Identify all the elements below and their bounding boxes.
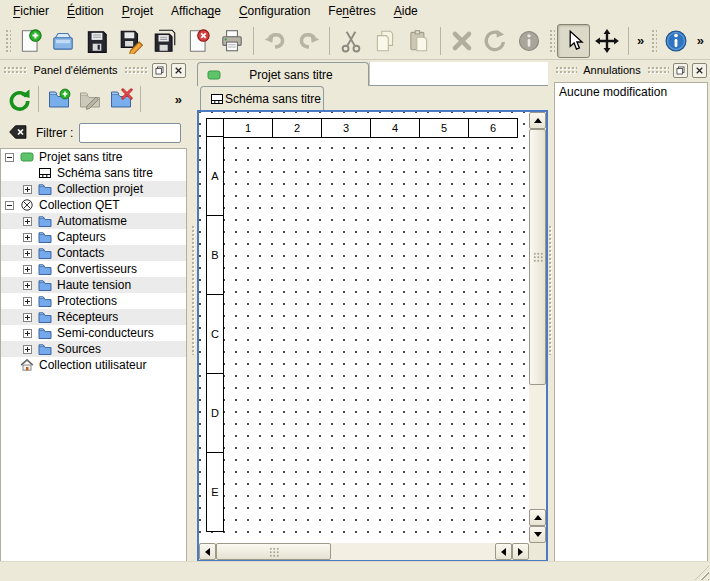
clear-filter-button[interactable] [6, 121, 30, 145]
about-button[interactable] [659, 24, 693, 58]
expander-plus-icon[interactable] [23, 265, 32, 274]
dock-float-button[interactable] [673, 63, 688, 78]
expander-minus-icon[interactable] [5, 201, 14, 210]
save-as-button[interactable] [114, 24, 148, 58]
expander-plus-icon[interactable] [23, 233, 32, 242]
tree-item-protections[interactable]: Protections [1, 293, 186, 309]
tree-item-collection-qet[interactable]: Collection QET [1, 197, 186, 213]
project-icon [20, 150, 34, 164]
diagram-canvas[interactable]: 123456 ABCDE [199, 112, 529, 543]
tree-item-label: Automatisme [57, 213, 127, 229]
toolbar-handle[interactable] [650, 28, 657, 54]
menu-edition[interactable]: Édition [58, 1, 113, 21]
dock-close-button[interactable] [692, 63, 707, 78]
undo-panel-titlebar[interactable]: Annulations [552, 60, 710, 80]
tree-item-collection-projet[interactable]: Collection projet [1, 181, 186, 197]
toolbar-handle[interactable] [4, 28, 11, 54]
tree-item-haute-tension[interactable]: Haute tension [1, 277, 186, 293]
resize-grip[interactable] [695, 566, 709, 580]
info-gray-icon [516, 28, 542, 54]
filter-input[interactable] [79, 123, 181, 143]
column-header: 5 [419, 118, 469, 138]
delete-category-button[interactable] [105, 84, 136, 115]
scroll-up-button[interactable] [529, 112, 546, 129]
scroll-left-button-2[interactable] [495, 543, 512, 560]
diagram-view: 123456 ABCDE [197, 110, 548, 562]
expander-plus-icon[interactable] [23, 297, 32, 306]
menu-fenetres[interactable]: Fenêtres [319, 1, 384, 21]
tree-item-automatisme[interactable]: Automatisme [1, 213, 186, 229]
tree-item-convertisseurs[interactable]: Convertisseurs [1, 261, 186, 277]
undo-button[interactable] [258, 24, 292, 58]
save-all-button[interactable] [148, 24, 182, 58]
cut-button[interactable] [334, 24, 368, 58]
new-category-button[interactable] [43, 84, 74, 115]
close-file-button[interactable] [181, 24, 215, 58]
overflow-chevron[interactable]: » [171, 92, 186, 107]
toolbar-separator [440, 27, 441, 55]
expander-plus-icon[interactable] [23, 329, 32, 338]
tree-item-projet-sans-titre[interactable]: Projet sans titre [1, 149, 186, 165]
expander-plus-icon[interactable] [23, 217, 32, 226]
expander-plus-icon[interactable] [23, 281, 32, 290]
open-document-button[interactable] [46, 24, 80, 58]
delete-button[interactable] [445, 24, 479, 58]
refresh-icon [7, 87, 31, 111]
overflow-chevron[interactable]: » [633, 33, 648, 48]
rotate-button[interactable] [478, 24, 512, 58]
expander-plus-icon[interactable] [23, 345, 32, 354]
menu-aide[interactable]: Aide [385, 1, 427, 21]
vertical-scrollbar-thumb[interactable] [529, 129, 546, 385]
edit-category-button[interactable] [74, 84, 105, 115]
scroll-down-button[interactable] [529, 526, 546, 543]
pan-mode-button[interactable] [590, 24, 624, 58]
overflow-chevron[interactable]: » [693, 33, 708, 48]
tab-project-sans-titre[interactable]: Projet sans titre [197, 62, 369, 86]
tab-schema-sans-titre[interactable]: Schéma sans titre [200, 86, 324, 110]
copy-button[interactable] [368, 24, 402, 58]
row-header: E [206, 452, 224, 532]
dock-float-button[interactable] [152, 63, 167, 78]
expander-plus-icon[interactable] [23, 249, 32, 258]
tree-item-recepteurs[interactable]: Récepteurs [1, 309, 186, 325]
menu-projet[interactable]: Projet [113, 1, 162, 21]
menu-configuration[interactable]: Configuration [230, 1, 319, 21]
scroll-left-button[interactable] [199, 543, 216, 560]
redo-button[interactable] [292, 24, 326, 58]
tree-item-contacts[interactable]: Contacts [1, 245, 186, 261]
scroll-up-button-2[interactable] [529, 509, 546, 526]
tree-item-schema-sans-titre[interactable]: Schéma sans titre [1, 165, 186, 181]
folder-icon [38, 262, 52, 276]
tree-item-sources[interactable]: Sources [1, 341, 186, 357]
selection-mode-button[interactable] [557, 24, 591, 58]
paste-button[interactable] [402, 24, 436, 58]
home-icon [20, 358, 34, 372]
print-button[interactable] [215, 24, 249, 58]
tree-item-label: Projet sans titre [39, 149, 122, 165]
dock-close-button[interactable] [171, 63, 186, 78]
element-info-button[interactable] [512, 24, 546, 58]
tree-item-collection-utilisateur[interactable]: Collection utilisateur [1, 357, 186, 373]
tree-item-capteurs[interactable]: Capteurs [1, 229, 186, 245]
expander-plus-icon[interactable] [23, 185, 32, 194]
tree-item-semi-conducteurs[interactable]: Semi-conducteurs [1, 325, 186, 341]
folder-edit-icon [78, 87, 102, 111]
reload-collections-button[interactable] [3, 84, 34, 115]
menu-fichier[interactable]: Fichier [4, 1, 58, 21]
new-document-button[interactable] [13, 24, 47, 58]
scroll-right-button[interactable] [512, 543, 529, 560]
horizontal-scrollbar-thumb[interactable] [216, 543, 331, 560]
expander-minus-icon[interactable] [5, 153, 14, 162]
undo-list-item[interactable]: Aucune modification [555, 83, 707, 101]
save-button[interactable] [80, 24, 114, 58]
expander-plus-icon[interactable] [23, 313, 32, 322]
info-blue-icon [663, 28, 689, 54]
elements-panel-titlebar[interactable]: Panel d'éléments [0, 60, 189, 80]
left-splitter[interactable] [189, 60, 197, 562]
toolbar-handle[interactable] [548, 28, 555, 54]
horizontal-scrollbar[interactable] [199, 543, 529, 560]
menu-bar: FichierÉditionProjetAffichageConfigurati… [0, 0, 710, 23]
menu-affichage[interactable]: Affichage [162, 1, 230, 21]
paste-icon [406, 28, 432, 54]
vertical-scrollbar[interactable] [529, 112, 546, 543]
